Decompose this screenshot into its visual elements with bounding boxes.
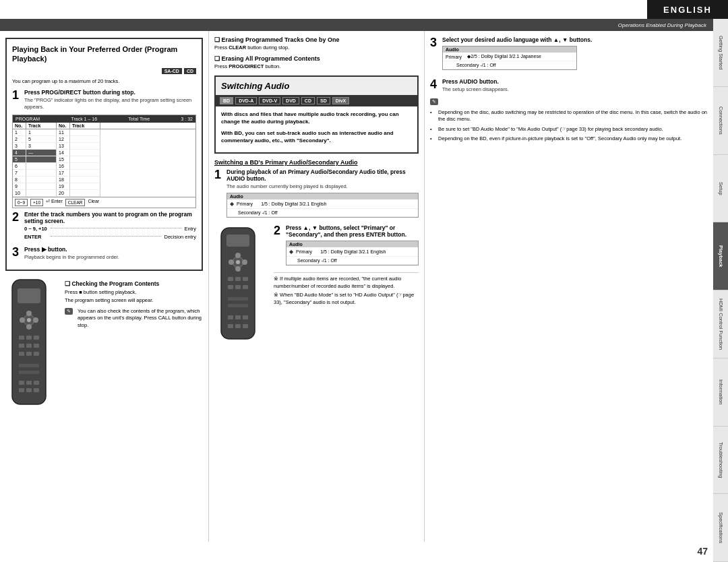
svg-rect-10 — [34, 336, 39, 340]
lang-display-primary: Primary ◆2/5 : Dolby Digital 3/2.1 Japan… — [443, 53, 576, 61]
tab-getting-started[interactable]: Getting Started — [713, 19, 728, 87]
step1-content: Press PROG/DIRECT button during stop. Th… — [24, 89, 196, 111]
step1-desc: The "PROG" indicator lights on the displ… — [24, 97, 196, 111]
lang-display: Audio Primary ◆2/5 : Dolby Digital 3/2.1… — [442, 46, 577, 70]
check-desc1: Press ■ button setting playback. — [65, 289, 203, 296]
badge-dvd: DVD — [282, 97, 299, 104]
step4-title: Press AUDIO button. — [442, 78, 509, 85]
audio-display1-primary: ◆ Primary 1/5 : Dolby Digital 3/2.1 Engl… — [227, 199, 418, 209]
program-box-title: Playing Back in Your Preferred Order (Pr… — [12, 44, 196, 64]
step3-num: 3 — [12, 246, 22, 261]
remote-svg — [5, 276, 53, 411]
svg-point-32 — [236, 260, 240, 264]
sa-cd-badge: SA-CD — [162, 68, 182, 74]
svg-rect-19 — [19, 381, 24, 385]
step3-left: 3 Press ▶ button. Playback begins in the… — [12, 246, 196, 261]
note-marker: ✎ — [430, 98, 708, 105]
intro-text: You can program up to a maximum of 20 tr… — [12, 78, 196, 86]
check-title: Checking the Program Contents — [65, 280, 203, 287]
svg-rect-14 — [19, 352, 24, 356]
svg-point-5 — [20, 317, 25, 323]
step3-right-content: Select your desired audio language with … — [442, 36, 592, 73]
svg-point-3 — [26, 311, 32, 316]
note-text: You can also check the contents of the p… — [78, 308, 203, 330]
svg-rect-8 — [19, 336, 24, 340]
step3-content: Press ▶ button. Playback begins in the p… — [24, 246, 196, 261]
svg-rect-22 — [19, 388, 24, 392]
mid-step2-title: Press ▲, ▼ buttons, select "Primary" or … — [286, 224, 419, 238]
check-box: Checking the Program Contents Press ■ bu… — [65, 280, 203, 304]
switch-badges: BD DVD-A DVD-V DVD CD SD DivX — [216, 95, 417, 106]
svg-rect-43 — [243, 315, 248, 319]
svg-rect-38 — [243, 285, 248, 289]
step4-num: 4 — [430, 78, 439, 93]
badge-sd: SD — [317, 97, 330, 104]
erase-section-1: Erasing Programmed Tracks One by One Pre… — [214, 36, 419, 51]
step3-title: Press ▶ button. — [24, 246, 196, 253]
program-playback-box: Playing Back in Your Preferred Order (Pr… — [5, 38, 203, 271]
tab-playback[interactable]: Playback — [713, 222, 728, 290]
svg-point-7 — [27, 318, 31, 322]
mid-remote-area: 2 Press ▲, ▼ buttons, select "Primary" o… — [214, 224, 419, 347]
svg-rect-36 — [228, 285, 233, 289]
erase2-title: Erasing All Programmed Contents — [214, 55, 419, 62]
tab-information[interactable]: Information — [713, 358, 728, 427]
svg-rect-40 — [228, 304, 248, 307]
cd-badge: CD — [184, 68, 196, 74]
svg-rect-21 — [34, 381, 39, 385]
svg-point-6 — [33, 317, 38, 323]
badge-cd: CD — [301, 97, 315, 104]
mid-step2-num: 2 — [274, 224, 283, 268]
tab-connections[interactable]: Connections — [713, 87, 728, 155]
bullet-note-1: • Depending on the disc, audio switching… — [430, 109, 708, 123]
erase1-desc: Press CLEAR button during stop. — [214, 44, 419, 51]
svg-rect-42 — [235, 315, 241, 319]
sa-cd-badges: SA-CD CD — [12, 68, 196, 74]
english-label: ENGLISH — [647, 0, 728, 19]
step1-title: Press PROG/DIRECT button during stop. — [24, 89, 196, 96]
step2-content: Enter the track numbers you want to prog… — [24, 211, 196, 242]
mid-step1-num: 1 — [214, 168, 224, 220]
svg-point-4 — [26, 324, 32, 330]
svg-point-30 — [229, 259, 234, 265]
svg-rect-45 — [235, 324, 241, 328]
step2: 2 Enter the track numbers you want to pr… — [12, 211, 196, 242]
badge-dvd-a: DVD-A — [235, 97, 257, 104]
asterisk-note2: ※ When "BD Audio Mode" is set to "HD Aud… — [274, 292, 419, 306]
note-icon: ✎ — [65, 308, 73, 315]
mid-step1-title: During playback of an Primary Audio/Seco… — [226, 168, 419, 182]
left-column: Playing Back in Your Preferred Order (Pr… — [0, 31, 209, 542]
audio-display2-header: Audio — [286, 241, 418, 247]
audio-display-1: Audio ◆ Primary 1/5 : Dolby Digital 3/2.… — [226, 193, 419, 218]
audio-display-2: Audio ◆ Primary 1/5 : Dolby Digital 3/2.… — [286, 241, 419, 266]
asterisk-note1: ※ If multiple audio items are recorded, … — [274, 276, 419, 290]
svg-rect-34 — [235, 277, 241, 281]
switch-body: With discs and files that have multiple … — [216, 106, 417, 153]
bullet-note-3: • Depending on the BD, even if picture-i… — [430, 135, 708, 143]
step4-content: Press AUDIO button. The setup screen dis… — [442, 78, 509, 93]
prog-table: PROGRAM Track 1 – 16 Total Time 3 : 32 N… — [12, 115, 196, 208]
tab-setup[interactable]: Setup — [713, 155, 728, 223]
svg-rect-41 — [228, 315, 233, 319]
badge-divx: DivX — [332, 97, 350, 104]
svg-rect-9 — [26, 336, 32, 340]
step2-title: Enter the track numbers you want to prog… — [24, 211, 196, 224]
prog-table-rows: 1111 2512 3313 4—14 515 616 717 818 919 … — [13, 129, 195, 197]
svg-rect-44 — [228, 324, 233, 328]
svg-point-28 — [235, 253, 241, 258]
bullet-notes: • Depending on the disc, audio switching… — [430, 109, 708, 143]
tab-hdmi[interactable]: HDMI Control Function — [713, 290, 728, 358]
mid-step2: 2 Press ▲, ▼ buttons, select "Primary" o… — [274, 224, 419, 268]
mid-remote-svg — [214, 224, 262, 346]
prog-table-subheader: No. Track No. Track — [13, 123, 195, 129]
svg-point-31 — [242, 259, 247, 265]
badge-bd: BD — [220, 97, 233, 104]
remote-area: Checking the Program Contents Press ■ bu… — [5, 276, 203, 412]
audio-display1-header: Audio — [227, 193, 418, 199]
mid-step2-content: Press ▲, ▼ buttons, select "Primary" or … — [286, 224, 419, 268]
tab-troubleshooting[interactable]: Troubleshooting — [713, 427, 728, 495]
svg-rect-33 — [228, 277, 233, 281]
tab-specifications[interactable]: Specifications — [713, 494, 728, 562]
svg-rect-23 — [26, 388, 32, 392]
step3-right: 3 Select your desired audio language wit… — [430, 36, 708, 73]
